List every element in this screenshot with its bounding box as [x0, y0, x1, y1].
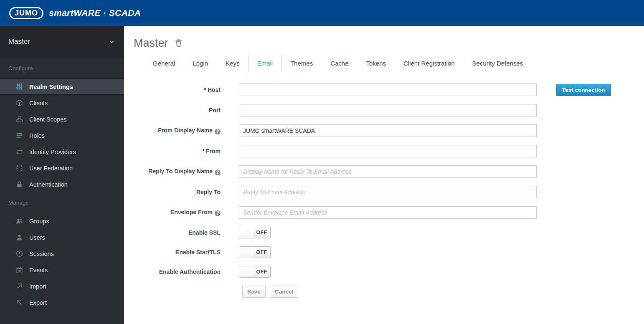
tab-tokens[interactable]: Tokens — [357, 55, 395, 72]
tab-client-registration[interactable]: Client Registration — [395, 55, 464, 72]
export-icon — [15, 299, 23, 306]
user-icon — [15, 234, 23, 241]
calendar-icon — [15, 266, 23, 274]
sidebar-item-import[interactable]: Import — [0, 278, 124, 294]
cancel-button[interactable]: Cancel — [270, 286, 298, 298]
enable-ssl-label: Enable SSL — [134, 229, 221, 236]
toggle-knob — [239, 266, 253, 277]
reply-to-input[interactable] — [239, 186, 537, 198]
main-content: Master General Login Keys Email Themes C… — [124, 26, 644, 324]
tab-themes[interactable]: Themes — [281, 55, 322, 72]
database-icon — [15, 165, 23, 172]
tab-bar: General Login Keys Email Themes Cache To… — [134, 55, 644, 72]
form-row-enable-starttls: Enable StartTLS OFF — [134, 246, 644, 258]
realm-selector[interactable]: Master — [0, 26, 124, 58]
form-row-from: *From — [134, 145, 644, 157]
help-icon[interactable]: ? — [215, 170, 221, 175]
trash-icon — [175, 38, 183, 48]
form-row-port: Port — [134, 104, 644, 116]
from-display-name-input[interactable] — [239, 124, 537, 137]
tab-login[interactable]: Login — [184, 55, 217, 72]
sidebar-item-clients[interactable]: Clients — [0, 95, 124, 111]
sidebar-item-events[interactable]: Events — [0, 262, 124, 278]
jumo-logo: JUMO — [9, 7, 43, 19]
reply-to-display-name-input[interactable] — [239, 165, 537, 178]
app-header: JUMO smartWARE · SCADA — [0, 0, 644, 26]
cubes-icon — [15, 116, 23, 123]
tab-keys[interactable]: Keys — [217, 55, 248, 72]
form-row-enable-authentication: Enable Authentication OFF — [134, 266, 644, 278]
section-label-configure: Configure — [8, 64, 116, 73]
realm-name: Master — [8, 38, 109, 46]
envelope-from-input[interactable] — [239, 206, 537, 219]
port-label: Port — [134, 107, 221, 114]
page-title: Master — [134, 37, 168, 50]
save-button[interactable]: Save — [242, 286, 266, 298]
from-label: *From — [134, 148, 221, 154]
sidebar-nav: Configure Realm Settings Clients Client … — [0, 64, 124, 311]
reply-to-label: Reply To — [134, 189, 221, 195]
from-display-name-label: From Display Name? — [134, 127, 221, 134]
enable-authentication-label: Enable Authentication — [134, 268, 221, 275]
tab-general[interactable]: General — [144, 55, 184, 72]
port-input[interactable] — [239, 104, 537, 116]
users-icon — [15, 218, 23, 225]
toggle-knob — [239, 227, 253, 238]
enable-authentication-toggle[interactable]: OFF — [239, 266, 271, 278]
sidebar-item-roles[interactable]: Roles — [0, 127, 124, 144]
sidebar-item-export[interactable]: Export — [0, 294, 124, 311]
list-icon — [15, 132, 23, 139]
chevron-down-icon — [109, 39, 115, 45]
sidebar-item-users[interactable]: Users — [0, 229, 124, 246]
form-row-enable-ssl: Enable SSL OFF — [134, 227, 644, 238]
tab-security-defenses[interactable]: Security Defenses — [464, 55, 532, 72]
tab-cache[interactable]: Cache — [322, 55, 357, 72]
form-row-reply-to-display-name: Reply To Display Name? — [134, 165, 644, 178]
section-label-manage: Manage — [8, 199, 116, 207]
lock-icon — [15, 181, 23, 188]
required-marker: * — [203, 148, 205, 154]
host-input[interactable] — [239, 84, 537, 96]
sidebar-item-authentication[interactable]: Authentication — [0, 176, 124, 192]
reply-to-display-name-label: Reply To Display Name? — [134, 168, 221, 175]
test-connection-button[interactable]: Test connection — [556, 84, 611, 96]
title-row: Master — [134, 37, 644, 50]
cube-icon — [15, 99, 23, 107]
sidebar-item-sessions[interactable]: Sessions — [0, 246, 124, 262]
toggle-state: OFF — [253, 227, 270, 238]
toggle-state: OFF — [253, 247, 270, 258]
help-icon[interactable]: ? — [215, 129, 221, 134]
help-icon[interactable]: ? — [215, 210, 221, 216]
tab-email[interactable]: Email — [248, 55, 281, 72]
sidebar-item-client-scopes[interactable]: Client Scopes — [0, 111, 124, 127]
enable-ssl-toggle[interactable]: OFF — [239, 227, 271, 238]
sidebar: Master Configure Realm Settings Clients — [0, 26, 124, 324]
sidebar-item-identity-providers[interactable]: Identity Providers — [0, 144, 124, 160]
brand-text: smartWARE · SCADA — [49, 8, 141, 18]
import-icon — [15, 283, 23, 290]
exchange-icon — [15, 148, 23, 156]
app-root: JUMO smartWARE · SCADA Master Configure … — [0, 0, 644, 26]
envelope-from-label: Envelope From? — [134, 209, 221, 216]
clock-icon — [15, 250, 23, 258]
form-row-from-display-name: From Display Name? — [134, 124, 644, 137]
form-row-reply-to: Reply To — [134, 186, 644, 198]
sidebar-item-realm-settings[interactable]: Realm Settings — [0, 78, 124, 95]
enable-starttls-label: Enable StartTLS — [134, 249, 221, 256]
form-row-envelope-from: Envelope From? — [134, 206, 644, 219]
toggle-state: OFF — [253, 266, 270, 277]
from-input[interactable] — [239, 145, 537, 157]
host-label: *Host — [134, 86, 221, 93]
delete-realm-button[interactable] — [175, 38, 183, 48]
required-marker: * — [204, 86, 206, 93]
form-row-host: *Host Test connection — [134, 84, 644, 96]
sliders-icon — [15, 83, 23, 91]
sidebar-item-user-federation[interactable]: User Federation — [0, 160, 124, 176]
email-settings-form: *Host Test connection Port From Display … — [134, 84, 644, 298]
form-actions-row: Save Cancel — [134, 286, 644, 298]
enable-starttls-toggle[interactable]: OFF — [239, 246, 271, 258]
toggle-knob — [239, 247, 253, 258]
sidebar-item-groups[interactable]: Groups — [0, 213, 124, 229]
